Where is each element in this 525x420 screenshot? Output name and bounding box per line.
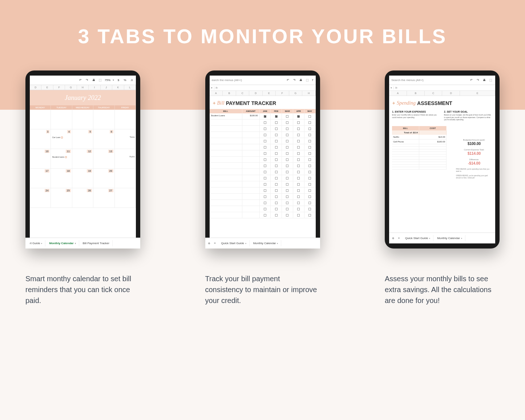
- checkbox[interactable]: [264, 183, 266, 186]
- checkbox[interactable]: [275, 214, 278, 217]
- checkbox[interactable]: [286, 165, 288, 167]
- formula-bar[interactable]: ▾fx: [389, 85, 495, 91]
- undo-icon[interactable]: ↶: [286, 78, 290, 82]
- menu-search[interactable]: earch the menus (Alt+/): [212, 78, 242, 82]
- menu-search[interactable]: Search the menus (Alt+/): [391, 78, 424, 82]
- undo-icon[interactable]: ↶: [469, 78, 473, 82]
- zoom-level[interactable]: 7: [312, 78, 313, 82]
- checkbox[interactable]: [275, 152, 278, 155]
- tab-monthly-calendar[interactable]: Monthly Calendar▾: [434, 235, 465, 241]
- checkbox[interactable]: [264, 171, 266, 173]
- print-icon[interactable]: 🖶: [299, 78, 303, 82]
- checkbox[interactable]: [286, 171, 288, 173]
- checkbox[interactable]: [264, 152, 266, 155]
- redo-icon[interactable]: ↷: [476, 78, 480, 82]
- checkbox[interactable]: [308, 214, 311, 217]
- checkbox[interactable]: [308, 152, 311, 155]
- checkbox[interactable]: [264, 195, 266, 198]
- calendar-cell[interactable]: 13: [93, 149, 114, 169]
- calendar-cell[interactable]: 11Student loans: [51, 149, 72, 169]
- checkbox[interactable]: [308, 183, 311, 186]
- checkbox[interactable]: [308, 134, 311, 136]
- all-sheets-button[interactable]: ≡: [396, 237, 401, 240]
- checkbox[interactable]: [308, 121, 311, 124]
- checkbox[interactable]: [297, 152, 300, 155]
- calendar-cell[interactable]: [51, 110, 72, 129]
- calendar-cell[interactable]: 6: [93, 129, 114, 149]
- checkbox[interactable]: [297, 140, 300, 142]
- currency-icon[interactable]: $: [116, 78, 121, 82]
- checkbox[interactable]: [275, 146, 278, 149]
- checkbox[interactable]: [308, 158, 311, 161]
- redo-icon[interactable]: ↷: [85, 78, 89, 82]
- checkbox[interactable]: [286, 134, 288, 136]
- checkbox[interactable]: [297, 115, 300, 118]
- calendar-cell[interactable]: 24: [30, 188, 51, 208]
- calendar-cell[interactable]: [30, 110, 51, 129]
- checkbox[interactable]: [297, 177, 300, 179]
- tab-start-guide[interactable]: rt Guide▾: [30, 240, 45, 243]
- tab-quick-start[interactable]: Quick Start Guide▾: [218, 240, 250, 243]
- calendar-cell[interactable]: 10: [30, 149, 51, 169]
- checkbox[interactable]: [297, 208, 300, 210]
- checkbox[interactable]: [308, 202, 311, 204]
- calendar-cell[interactable]: 25: [51, 188, 72, 208]
- checkbox[interactable]: [275, 134, 278, 136]
- checkbox[interactable]: [275, 208, 278, 210]
- checkbox[interactable]: [264, 202, 266, 204]
- checkbox[interactable]: [264, 146, 266, 149]
- checkbox[interactable]: [297, 171, 300, 173]
- checkbox[interactable]: [264, 140, 266, 142]
- checkbox[interactable]: [308, 115, 311, 118]
- checkbox[interactable]: [297, 165, 300, 167]
- checkbox[interactable]: [308, 140, 311, 142]
- checkbox[interactable]: [297, 189, 300, 192]
- checkbox[interactable]: [275, 171, 278, 173]
- checkbox[interactable]: [275, 177, 278, 179]
- checkbox[interactable]: [297, 195, 300, 198]
- decimal-icon[interactable]: .0: [129, 78, 134, 82]
- tab-quick-start[interactable]: Quick Start Guide▾: [402, 235, 433, 241]
- checkbox[interactable]: [275, 158, 278, 161]
- checkbox[interactable]: [286, 121, 288, 124]
- print-icon[interactable]: 🖶: [482, 78, 486, 82]
- calendar-cell[interactable]: [72, 110, 93, 129]
- checkbox[interactable]: [275, 195, 278, 198]
- checkbox[interactable]: [286, 158, 288, 161]
- all-sheets-button[interactable]: ≡: [213, 242, 218, 243]
- checkbox[interactable]: [286, 177, 288, 179]
- checkbox[interactable]: [286, 146, 288, 149]
- checkbox[interactable]: [308, 195, 311, 198]
- checkbox[interactable]: [297, 134, 300, 136]
- checkbox[interactable]: [275, 121, 278, 124]
- checkbox[interactable]: [275, 165, 278, 167]
- tab-monthly-calendar[interactable]: Monthly Calendar▾: [250, 240, 282, 243]
- checkbox[interactable]: [308, 208, 311, 210]
- calendar-cell[interactable]: 3: [30, 129, 51, 149]
- checkbox[interactable]: [286, 214, 288, 217]
- checkbox[interactable]: [308, 189, 311, 192]
- checkbox[interactable]: [264, 115, 266, 118]
- calendar-cell[interactable]: 4Car Loan: [51, 129, 72, 149]
- calendar-cell[interactable]: 5: [72, 129, 93, 149]
- checkbox[interactable]: [286, 183, 288, 186]
- checkbox[interactable]: [286, 208, 288, 210]
- checkbox[interactable]: [275, 140, 278, 142]
- checkbox[interactable]: [264, 208, 266, 210]
- checkbox[interactable]: [264, 165, 266, 167]
- checkbox[interactable]: [308, 171, 311, 173]
- checkbox[interactable]: [286, 195, 288, 198]
- checkbox[interactable]: [264, 134, 266, 136]
- percent-icon[interactable]: %: [123, 78, 127, 82]
- calendar-cell[interactable]: 26: [72, 188, 93, 208]
- calendar-cell[interactable]: [115, 188, 136, 208]
- checkbox[interactable]: [275, 202, 278, 204]
- checkbox[interactable]: [264, 121, 266, 124]
- checkbox[interactable]: [286, 189, 288, 192]
- checkbox[interactable]: [297, 128, 300, 130]
- checkbox[interactable]: [264, 158, 266, 161]
- calendar-cell[interactable]: 20: [93, 169, 114, 188]
- checkbox[interactable]: [275, 128, 278, 130]
- checkbox[interactable]: [297, 146, 300, 149]
- tab-bill-tracker[interactable]: Bill Payment Tracker: [80, 240, 113, 243]
